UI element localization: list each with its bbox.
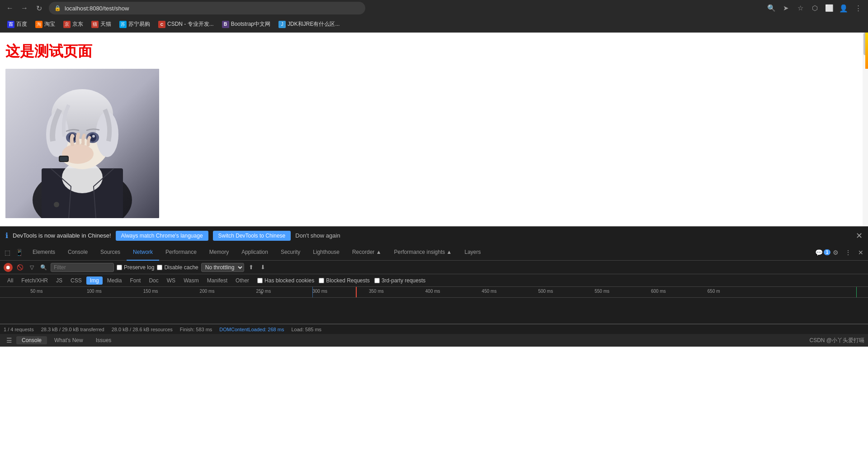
dom-content-loaded-time: DOMContentLoaded: 268 ms <box>219 327 284 332</box>
bookmark-button[interactable]: ☆ <box>794 2 807 14</box>
preserve-log-checkbox-label[interactable]: Preserve log <box>117 264 154 271</box>
close-devtools-button[interactable]: ✕ <box>855 247 866 258</box>
inspect-element-button[interactable]: ⬚ <box>2 247 13 258</box>
blocked-requests-filter-label[interactable]: Blocked Requests <box>319 277 370 284</box>
bottom-tab-console[interactable]: Console <box>16 336 47 344</box>
forward-button[interactable]: → <box>18 2 31 14</box>
tab-perf-insights[interactable]: Performance insights ▲ <box>388 244 458 261</box>
bookmark-jd[interactable]: 京 京东 <box>60 19 87 30</box>
filter-ws[interactable]: WS <box>163 276 179 285</box>
title-bar: ← → ↻ 🔒 localhost:8080/test/show 🔍 ➤ ☆ ⬡… <box>0 0 868 16</box>
feedback-button[interactable]: 💬1 <box>817 247 828 258</box>
disable-cache-checkbox-label[interactable]: Disable cache <box>157 264 198 271</box>
tick-300ms: 300 ms <box>312 289 327 294</box>
settings-button[interactable]: ⚙ <box>830 247 841 258</box>
menu-button[interactable]: ⋮ <box>852 2 864 14</box>
dom-content-loaded-line <box>312 287 313 297</box>
extensions-button[interactable]: ⬡ <box>808 2 821 14</box>
tick-550ms: 550 ms <box>594 289 609 294</box>
filter-media[interactable]: Media <box>104 276 126 285</box>
tick-250ms: 250 ms <box>256 289 271 294</box>
tick-200ms: 200 ms <box>200 289 215 294</box>
filter-font[interactable]: Font <box>126 276 144 285</box>
requests-count: 1 / 4 requests <box>4 327 34 332</box>
throttle-select[interactable]: No throttling <box>201 263 244 272</box>
export-har-button[interactable]: ⬇ <box>259 263 268 272</box>
tab-recorder[interactable]: Recorder ▲ <box>346 244 388 261</box>
bookmark-suning[interactable]: 苏 苏宁易购 <box>116 19 154 30</box>
tick-600ms: 600 ms <box>651 289 666 294</box>
clear-button[interactable]: 🚫 <box>15 263 24 272</box>
tab-performance[interactable]: Performance <box>159 244 203 261</box>
device-toolbar-button[interactable]: 📱 <box>14 247 24 258</box>
filter-fetch-xhr[interactable]: Fetch/XHR <box>18 276 52 285</box>
blocked-requests-checkbox[interactable] <box>319 278 324 283</box>
disable-cache-checkbox[interactable] <box>157 265 162 270</box>
filter-icon-button[interactable]: ▽ <box>27 263 36 272</box>
filter-doc[interactable]: Doc <box>145 276 162 285</box>
blocked-cookies-checkbox[interactable] <box>257 278 263 283</box>
bookmark-csdn[interactable]: C CSDN - 专业开发... <box>155 19 217 30</box>
filter-wasm[interactable]: Wasm <box>180 276 203 285</box>
tab-console[interactable]: Console <box>61 244 94 261</box>
favicon-taobao: 淘 <box>35 21 42 28</box>
preserve-log-checkbox[interactable] <box>117 265 122 270</box>
bookmark-label-jdk: JDK和JRE有什么区... <box>288 20 340 28</box>
more-tools-button[interactable]: ⋮ <box>843 247 854 258</box>
notification-close-button[interactable]: ✕ <box>856 231 863 241</box>
switch-to-chinese-button[interactable]: Switch DevTools to Chinese <box>213 231 291 241</box>
favicon-baidu: 百 <box>7 21 14 28</box>
filter-input[interactable] <box>51 263 114 272</box>
reload-button[interactable]: ↻ <box>33 2 45 14</box>
hamburger-menu-button[interactable]: ☰ <box>4 335 14 346</box>
favicon-suning: 苏 <box>119 21 127 28</box>
third-party-checkbox[interactable] <box>374 278 380 283</box>
bookmark-tmall[interactable]: 猫 天猫 <box>88 19 115 30</box>
tab-lighthouse[interactable]: Lighthouse <box>307 244 346 261</box>
filter-other[interactable]: Other <box>232 276 253 285</box>
filter-js[interactable]: JS <box>52 276 66 285</box>
third-party-filter-label[interactable]: 3rd-party requests <box>374 277 425 284</box>
tab-sources[interactable]: Sources <box>94 244 127 261</box>
window-button[interactable]: ⬜ <box>823 2 835 14</box>
page-title: 这是测试页面 <box>0 33 868 69</box>
tab-layers[interactable]: Layers <box>458 244 487 261</box>
filter-css[interactable]: CSS <box>67 276 85 285</box>
feedback-badge: 1 <box>824 249 831 255</box>
share-button[interactable]: ➤ <box>779 2 792 14</box>
search-button[interactable]: 🔍 <box>765 2 778 14</box>
bottom-tab-whats-new[interactable]: What's New <box>49 336 89 344</box>
profile-button[interactable]: 👤 <box>837 2 850 14</box>
tab-memory[interactable]: Memory <box>203 244 235 261</box>
tab-network[interactable]: Network <box>127 244 159 261</box>
bookmark-baidu[interactable]: 百 百度 <box>4 19 31 30</box>
search-button[interactable]: 🔍 <box>39 263 48 272</box>
bookmark-jdk[interactable]: J JDK和JRE有什么区... <box>275 19 343 30</box>
bottom-tab-issues[interactable]: Issues <box>90 336 117 344</box>
dont-show-again-button[interactable]: Don't show again <box>295 232 340 239</box>
devtools-toolbar-right: 💬1 ⚙ ⋮ ✕ <box>817 247 866 258</box>
address-bar[interactable]: 🔒 localhost:8080/test/show <box>49 2 365 14</box>
url-text: localhost:8080/test/show <box>65 5 129 12</box>
timeline-bar[interactable]: 50 ms 100 ms 150 ms 200 ms 250 ms 300 ms… <box>0 287 868 298</box>
bookmark-label-tmall: 天猫 <box>100 20 111 28</box>
bookmark-taobao[interactable]: 淘 淘宝 <box>32 19 59 30</box>
filter-all[interactable]: All <box>4 276 17 285</box>
import-har-button[interactable]: ⬆ <box>247 263 256 272</box>
third-party-label: 3rd-party requests <box>382 277 425 284</box>
devtools-toolbar: ⬚ 📱 Elements Console Sources Network Per… <box>0 244 868 261</box>
filter-img[interactable]: Img <box>86 276 103 285</box>
scrollbar-track[interactable] <box>863 33 868 226</box>
filter-manifest[interactable]: Manifest <box>203 276 231 285</box>
record-button[interactable]: ⏺ <box>4 263 13 272</box>
tab-elements[interactable]: Elements <box>26 244 61 261</box>
tab-security[interactable]: Security <box>274 244 307 261</box>
always-match-button[interactable]: Always match Chrome's language <box>116 231 208 241</box>
blocked-cookies-filter-label[interactable]: Has blocked cookies <box>257 277 314 284</box>
back-button[interactable]: ← <box>4 2 16 14</box>
tick-100ms: 100 ms <box>87 289 102 294</box>
resources-size: 28.0 kB / 28.6 kB resources <box>112 327 173 332</box>
tab-application[interactable]: Application <box>235 244 274 261</box>
bookmark-bootstrap[interactable]: B Bootstrap中文网 <box>218 19 274 30</box>
preserve-log-label: Preserve log <box>124 264 154 271</box>
